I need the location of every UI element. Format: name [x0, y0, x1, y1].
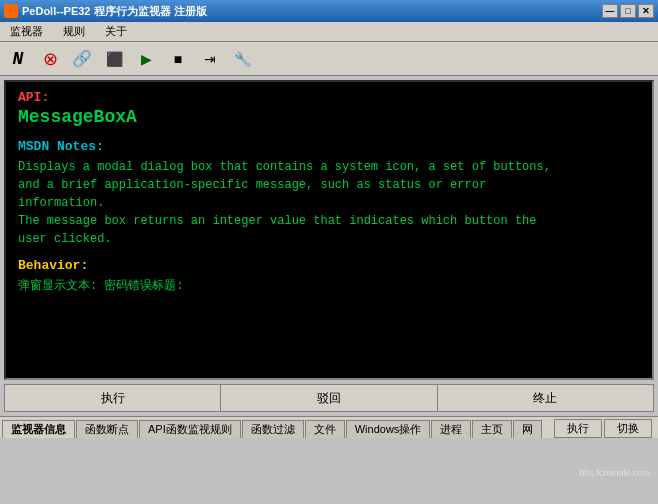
tab-process[interactable]: 进程 [431, 420, 471, 438]
toolbar-stop-sq[interactable]: ■ [164, 45, 192, 73]
behavior-text: 弹窗显示文本: 密码错误标题: [18, 277, 640, 294]
close-button[interactable]: ✕ [638, 4, 654, 18]
minimize-button[interactable]: — [602, 4, 618, 18]
toolbar-new[interactable]: N [4, 45, 32, 73]
toolbar-flag[interactable]: 🔧 [228, 45, 256, 73]
maximize-button[interactable]: □ [620, 4, 636, 18]
toolbar-bookmark[interactable]: ⬛ [100, 45, 128, 73]
tab-files[interactable]: 文件 [305, 420, 345, 438]
toolbar-return[interactable]: ⇥ [196, 45, 224, 73]
title-bar-text: PeDoll--PE32 程序行为监视器 注册版 [4, 4, 207, 19]
msdn-label: MSDN Notes: [18, 139, 640, 154]
toolbar: N ⊗ 🔗 ⬛ ▶ ■ ⇥ 🔧 [0, 42, 658, 76]
return-button[interactable]: 驳回 [221, 384, 437, 412]
api-name: MessageBoxA [18, 107, 640, 127]
api-label: API: [18, 90, 640, 105]
tab-windows-ops[interactable]: Windows操作 [346, 420, 431, 438]
watermark-text: bbs.fchanale.com [579, 468, 650, 478]
tab-bar: 监视器信息 函数断点 API函数监视规则 函数过滤 文件 Windows操作 进… [0, 416, 658, 438]
action-buttons: 执行 驳回 终止 [4, 384, 654, 412]
title-controls: — □ ✕ [602, 4, 654, 18]
tab-home[interactable]: 主页 [472, 420, 512, 438]
menu-monitor[interactable]: 监视器 [4, 22, 49, 41]
tab-filter[interactable]: 函数过滤 [242, 420, 304, 438]
execute-button[interactable]: 执行 [4, 384, 221, 412]
menu-about[interactable]: 关于 [99, 22, 133, 41]
window-title: PeDoll--PE32 程序行为监视器 注册版 [22, 4, 207, 19]
app-icon [4, 4, 18, 18]
title-bar: PeDoll--PE32 程序行为监视器 注册版 — □ ✕ [0, 0, 658, 22]
bottom-switch-button[interactable]: 切换 [604, 419, 652, 438]
tab-network[interactable]: 网 [513, 420, 542, 438]
toolbar-link[interactable]: 🔗 [68, 45, 96, 73]
toolbar-stop[interactable]: ⊗ [36, 45, 64, 73]
tab-monitor-info[interactable]: 监视器信息 [2, 420, 75, 438]
tab-api-rules[interactable]: API函数监视规则 [139, 420, 241, 438]
main-content-area: API: MessageBoxA MSDN Notes: Displays a … [4, 80, 654, 380]
menu-rules[interactable]: 规则 [57, 22, 91, 41]
toolbar-play[interactable]: ▶ [132, 45, 160, 73]
msdn-text: Displays a modal dialog box that contain… [18, 158, 640, 248]
tab-breakpoints[interactable]: 函数断点 [76, 420, 138, 438]
behavior-label: Behavior: [18, 258, 640, 273]
menu-bar: 监视器 规则 关于 [0, 22, 658, 42]
bottom-execute-button[interactable]: 执行 [554, 419, 602, 438]
stop-button[interactable]: 终止 [438, 384, 654, 412]
